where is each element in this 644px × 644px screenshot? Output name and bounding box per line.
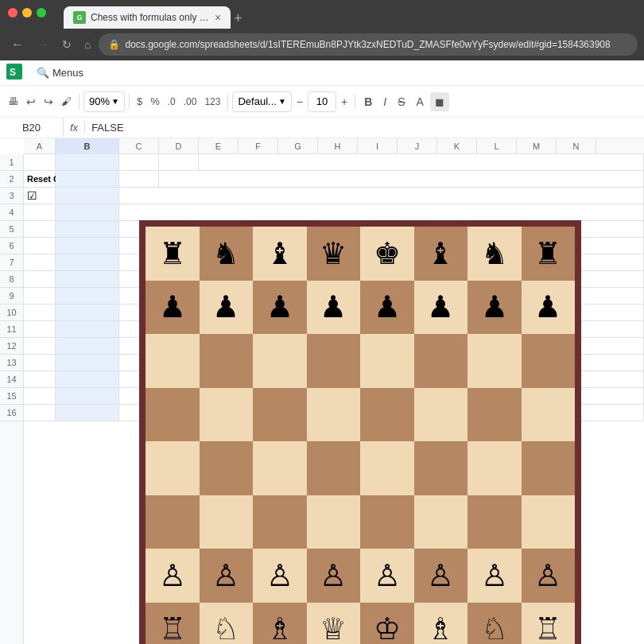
font-size-box[interactable]: 10 <box>308 91 336 112</box>
chess-cell[interactable]: ♙ <box>307 549 361 603</box>
col-header-k[interactable]: K <box>437 138 477 154</box>
chess-cell[interactable]: ♕ <box>307 603 361 645</box>
chess-cell[interactable]: ♙ <box>145 549 200 603</box>
home-btn[interactable]: ⌂ <box>80 35 95 54</box>
grid-cell[interactable] <box>119 188 644 204</box>
grid-cell-a3[interactable]: ☑ <box>24 188 56 204</box>
row-header-14[interactable]: 14 <box>0 371 23 388</box>
checkbox-icon[interactable]: ☑ <box>27 189 37 202</box>
chess-cell[interactable] <box>307 495 361 549</box>
chess-cell[interactable] <box>145 334 200 388</box>
cell-reference[interactable]: B20 <box>0 118 64 138</box>
row-header-3[interactable]: 3 <box>0 188 23 204</box>
row-header-8[interactable]: 8 <box>0 271 23 288</box>
undo-btn[interactable]: ↩ <box>23 92 39 111</box>
row-header-6[interactable]: 6 <box>0 238 23 254</box>
format-number-btn[interactable]: 123 <box>201 93 223 111</box>
redo-btn[interactable]: ↪ <box>41 92 56 111</box>
chess-cell[interactable]: ♙ <box>360 549 414 603</box>
grid-cell[interactable] <box>24 388 56 404</box>
grid-cell-b8[interactable] <box>56 271 119 287</box>
chess-cell[interactable]: ♝ <box>253 227 307 281</box>
chess-cell[interactable] <box>200 334 254 388</box>
maximize-btn[interactable] <box>37 8 46 17</box>
chess-cell[interactable]: ♜ <box>145 227 200 281</box>
chess-cell[interactable] <box>307 334 361 388</box>
tab-close-icon[interactable]: × <box>215 11 221 24</box>
chess-cell[interactable]: ♙ <box>200 549 254 603</box>
grid-cell[interactable] <box>24 254 56 270</box>
chess-cell[interactable]: ♗ <box>253 603 307 645</box>
col-header-n[interactable]: N <box>557 138 596 154</box>
col-header-d[interactable]: D <box>159 138 199 154</box>
forward-btn[interactable]: → <box>32 34 54 55</box>
grid-cell[interactable] <box>24 221 56 237</box>
grid-cell[interactable] <box>119 154 159 170</box>
grid-cell[interactable] <box>24 204 56 220</box>
grid-cell[interactable] <box>24 355 56 370</box>
row-header-5[interactable]: 5 <box>0 221 23 238</box>
chess-cell[interactable] <box>522 495 576 549</box>
grid-cell[interactable] <box>119 204 644 220</box>
chess-cell[interactable]: ♞ <box>200 227 254 281</box>
chess-cell[interactable] <box>467 441 522 495</box>
decrease-font-btn[interactable]: − <box>293 92 306 111</box>
row-header-9[interactable]: 9 <box>0 288 23 305</box>
grid-cell-a2[interactable]: Reset Game <box>24 171 56 187</box>
chess-cell[interactable] <box>414 495 468 549</box>
chess-cell[interactable] <box>414 334 468 388</box>
chess-cell[interactable] <box>307 388 361 442</box>
chess-cell[interactable] <box>145 388 200 442</box>
currency-btn[interactable]: $ <box>134 92 145 111</box>
grid-cell-b6[interactable] <box>56 238 119 254</box>
active-tab[interactable]: G Chess with formulas only - G... × <box>64 6 231 29</box>
menus-btn[interactable]: 🔍 Menus <box>29 64 91 82</box>
grid-cell-b5[interactable] <box>56 221 119 237</box>
col-header-f[interactable]: F <box>239 138 278 154</box>
chess-cell[interactable]: ♔ <box>360 603 414 645</box>
grid-cell-b15[interactable] <box>56 388 119 404</box>
strikethrough-btn[interactable]: S <box>393 92 409 111</box>
chess-cell[interactable]: ♖ <box>522 603 576 645</box>
grid-cell[interactable] <box>24 288 56 304</box>
grid-cell-b4[interactable] <box>56 204 119 220</box>
grid-cell[interactable] <box>24 305 56 320</box>
grid-cell[interactable] <box>159 154 199 170</box>
col-header-h[interactable]: H <box>318 138 358 154</box>
grid-cell[interactable] <box>24 238 56 254</box>
row-header-16[interactable]: 16 <box>0 405 23 421</box>
chess-cell[interactable]: ♘ <box>200 603 254 645</box>
grid-cell-b11[interactable] <box>56 321 119 337</box>
reload-btn[interactable]: ↻ <box>57 35 76 54</box>
address-bar[interactable]: 🔒 docs.google.com/spreadsheets/d/1sITERE… <box>99 33 638 56</box>
row-header-10[interactable]: 10 <box>0 305 23 321</box>
bold-btn[interactable]: B <box>359 92 377 111</box>
chess-cell[interactable] <box>467 334 522 388</box>
chess-cell[interactable]: ♙ <box>414 549 468 603</box>
font-family[interactable]: Defaul... ▼ <box>232 91 291 112</box>
chess-cell[interactable]: ♝ <box>414 227 468 281</box>
row-header-1[interactable]: 1 <box>0 154 23 171</box>
row-header-13[interactable]: 13 <box>0 355 23 371</box>
grid-cell[interactable] <box>159 171 644 187</box>
chess-cell[interactable] <box>522 334 576 388</box>
close-btn[interactable] <box>8 8 17 17</box>
row-header-11[interactable]: 11 <box>0 321 23 338</box>
chess-cell[interactable]: ♘ <box>467 603 522 645</box>
chess-cell[interactable]: ♟ <box>253 281 307 335</box>
grid-cell-b3[interactable] <box>56 188 119 204</box>
increase-font-btn[interactable]: + <box>338 92 351 111</box>
chess-cell[interactable] <box>200 388 254 442</box>
grid-cell-b12[interactable] <box>56 338 119 354</box>
chess-cell[interactable]: ♖ <box>145 603 200 645</box>
row-header-12[interactable]: 12 <box>0 338 23 355</box>
chess-cell[interactable] <box>200 495 254 549</box>
chess-cell[interactable] <box>307 441 361 495</box>
highlight-btn[interactable]: ◼ <box>430 92 449 111</box>
grid-cell-b14[interactable] <box>56 371 119 387</box>
chess-cell[interactable] <box>360 495 414 549</box>
chess-cell[interactable]: ♙ <box>467 549 522 603</box>
grid-cell-b13[interactable] <box>56 355 119 370</box>
zoom-control[interactable]: 90% ▼ <box>83 91 125 112</box>
col-header-i[interactable]: I <box>358 138 398 154</box>
